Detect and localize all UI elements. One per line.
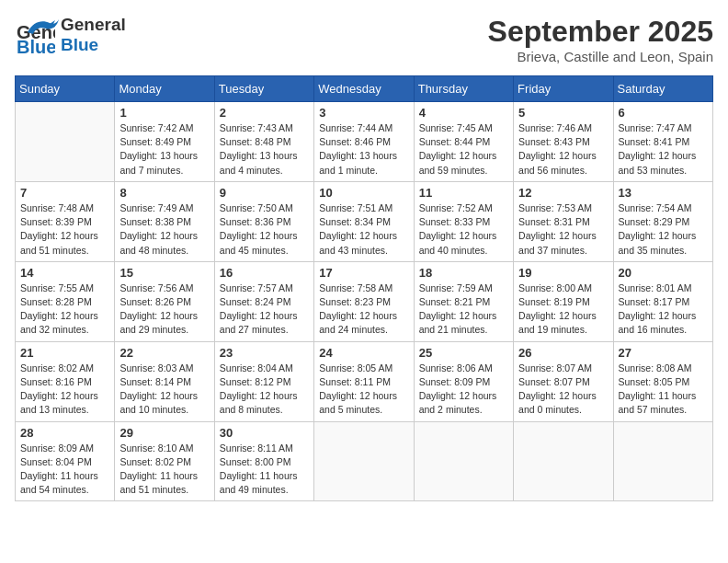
day-info: Sunrise: 7:46 AM Sunset: 8:43 PM Dayligh… (518, 121, 608, 178)
weekday-header-row: SundayMondayTuesdayWednesdayThursdayFrid… (16, 76, 713, 102)
calendar-cell: 24Sunrise: 8:05 AM Sunset: 8:11 PM Dayli… (314, 341, 414, 421)
day-info: Sunrise: 7:50 AM Sunset: 8:36 PM Dayligh… (220, 201, 309, 258)
calendar-cell: 20Sunrise: 8:01 AM Sunset: 8:17 PM Dayli… (613, 261, 712, 341)
calendar-cell: 3Sunrise: 7:44 AM Sunset: 8:46 PM Daylig… (314, 102, 414, 182)
day-info: Sunrise: 7:47 AM Sunset: 8:41 PM Dayligh… (619, 121, 708, 178)
calendar-cell (16, 102, 115, 182)
day-info: Sunrise: 7:44 AM Sunset: 8:46 PM Dayligh… (319, 121, 408, 178)
calendar-cell: 18Sunrise: 7:59 AM Sunset: 8:21 PM Dayli… (414, 261, 513, 341)
calendar-cell: 27Sunrise: 8:08 AM Sunset: 8:05 PM Dayli… (613, 341, 712, 421)
day-info: Sunrise: 7:58 AM Sunset: 8:23 PM Dayligh… (319, 282, 408, 338)
day-info: Sunrise: 8:03 AM Sunset: 8:14 PM Dayligh… (119, 362, 209, 418)
day-number: 8 (119, 186, 209, 200)
day-info: Sunrise: 7:51 AM Sunset: 8:34 PM Dayligh… (319, 201, 408, 258)
day-info: Sunrise: 8:07 AM Sunset: 8:07 PM Dayligh… (518, 362, 608, 418)
weekday-header-tuesday: Tuesday (214, 76, 313, 102)
day-info: Sunrise: 7:48 AM Sunset: 8:39 PM Dayligh… (20, 201, 109, 258)
day-number: 6 (619, 106, 708, 120)
week-row-2: 7Sunrise: 7:48 AM Sunset: 8:39 PM Daylig… (16, 181, 713, 261)
calendar-cell: 29Sunrise: 8:10 AM Sunset: 8:02 PM Dayli… (115, 421, 214, 501)
day-info: Sunrise: 8:09 AM Sunset: 8:04 PM Dayligh… (20, 442, 109, 498)
day-number: 10 (319, 186, 408, 200)
calendar-cell (514, 421, 613, 501)
week-row-1: 1Sunrise: 7:42 AM Sunset: 8:49 PM Daylig… (16, 102, 713, 182)
day-info: Sunrise: 7:45 AM Sunset: 8:44 PM Dayligh… (419, 121, 508, 178)
day-info: Sunrise: 8:01 AM Sunset: 8:17 PM Dayligh… (619, 282, 708, 338)
calendar-cell: 17Sunrise: 7:58 AM Sunset: 8:23 PM Dayli… (314, 261, 414, 341)
calendar-cell: 10Sunrise: 7:51 AM Sunset: 8:34 PM Dayli… (314, 181, 414, 261)
day-number: 26 (518, 346, 608, 360)
calendar-cell (414, 421, 513, 501)
calendar-cell (613, 421, 712, 501)
day-number: 16 (220, 266, 309, 280)
day-info: Sunrise: 7:59 AM Sunset: 8:21 PM Dayligh… (419, 282, 508, 338)
day-number: 25 (419, 346, 508, 360)
day-number: 20 (619, 266, 708, 280)
calendar-cell: 5Sunrise: 7:46 AM Sunset: 8:43 PM Daylig… (514, 102, 613, 182)
calendar-cell: 26Sunrise: 8:07 AM Sunset: 8:07 PM Dayli… (514, 341, 613, 421)
day-number: 14 (20, 266, 109, 280)
calendar-cell (314, 421, 414, 501)
title-area: September 2025 Brieva, Castille and Leon… (488, 15, 713, 64)
day-info: Sunrise: 8:06 AM Sunset: 8:09 PM Dayligh… (419, 362, 508, 418)
day-number: 1 (119, 106, 209, 120)
weekday-header-saturday: Saturday (613, 76, 712, 102)
day-number: 12 (518, 186, 608, 200)
calendar-cell: 9Sunrise: 7:50 AM Sunset: 8:36 PM Daylig… (214, 181, 313, 261)
calendar-cell: 13Sunrise: 7:54 AM Sunset: 8:29 PM Dayli… (613, 181, 712, 261)
calendar-cell: 4Sunrise: 7:45 AM Sunset: 8:44 PM Daylig… (414, 102, 513, 182)
page-header: General Blue General Blue September 2025… (15, 15, 713, 64)
day-info: Sunrise: 7:54 AM Sunset: 8:29 PM Dayligh… (619, 201, 708, 258)
weekday-header-thursday: Thursday (414, 76, 513, 102)
calendar-cell: 6Sunrise: 7:47 AM Sunset: 8:41 PM Daylig… (613, 102, 712, 182)
day-number: 2 (220, 106, 309, 120)
day-number: 28 (20, 426, 109, 440)
day-info: Sunrise: 8:02 AM Sunset: 8:16 PM Dayligh… (20, 362, 109, 418)
day-number: 23 (220, 346, 309, 360)
day-info: Sunrise: 7:43 AM Sunset: 8:48 PM Dayligh… (220, 121, 309, 178)
calendar-cell: 1Sunrise: 7:42 AM Sunset: 8:49 PM Daylig… (115, 102, 214, 182)
day-number: 29 (119, 426, 209, 440)
day-number: 22 (119, 346, 209, 360)
logo-text-general: General (61, 16, 126, 35)
day-number: 30 (220, 426, 309, 440)
day-info: Sunrise: 8:08 AM Sunset: 8:05 PM Dayligh… (619, 362, 708, 418)
day-number: 15 (119, 266, 209, 280)
calendar-cell: 14Sunrise: 7:55 AM Sunset: 8:28 PM Dayli… (16, 261, 115, 341)
day-number: 7 (20, 186, 109, 200)
month-title: September 2025 (488, 15, 713, 49)
week-row-4: 21Sunrise: 8:02 AM Sunset: 8:16 PM Dayli… (16, 341, 713, 421)
day-number: 18 (419, 266, 508, 280)
logo: General Blue General Blue (15, 15, 126, 55)
day-number: 17 (319, 266, 408, 280)
day-info: Sunrise: 8:00 AM Sunset: 8:19 PM Dayligh… (518, 282, 608, 338)
calendar-cell: 2Sunrise: 7:43 AM Sunset: 8:48 PM Daylig… (214, 102, 313, 182)
day-number: 19 (518, 266, 608, 280)
day-info: Sunrise: 7:55 AM Sunset: 8:28 PM Dayligh… (20, 282, 109, 338)
day-number: 27 (619, 346, 708, 360)
calendar-table: SundayMondayTuesdayWednesdayThursdayFrid… (15, 75, 713, 501)
day-info: Sunrise: 7:49 AM Sunset: 8:38 PM Dayligh… (119, 201, 209, 258)
day-number: 3 (319, 106, 408, 120)
week-row-3: 14Sunrise: 7:55 AM Sunset: 8:28 PM Dayli… (16, 261, 713, 341)
day-number: 11 (419, 186, 508, 200)
day-number: 5 (518, 106, 608, 120)
calendar-cell: 12Sunrise: 7:53 AM Sunset: 8:31 PM Dayli… (514, 181, 613, 261)
week-row-5: 28Sunrise: 8:09 AM Sunset: 8:04 PM Dayli… (16, 421, 713, 501)
day-number: 13 (619, 186, 708, 200)
calendar-cell: 23Sunrise: 8:04 AM Sunset: 8:12 PM Dayli… (214, 341, 313, 421)
weekday-header-sunday: Sunday (16, 76, 115, 102)
calendar-cell: 25Sunrise: 8:06 AM Sunset: 8:09 PM Dayli… (414, 341, 513, 421)
day-info: Sunrise: 7:53 AM Sunset: 8:31 PM Dayligh… (518, 201, 608, 258)
day-info: Sunrise: 7:52 AM Sunset: 8:33 PM Dayligh… (419, 201, 508, 258)
day-number: 24 (319, 346, 408, 360)
calendar-cell: 28Sunrise: 8:09 AM Sunset: 8:04 PM Dayli… (16, 421, 115, 501)
calendar-cell: 19Sunrise: 8:00 AM Sunset: 8:19 PM Dayli… (514, 261, 613, 341)
day-info: Sunrise: 8:10 AM Sunset: 8:02 PM Dayligh… (119, 442, 209, 498)
weekday-header-monday: Monday (115, 76, 214, 102)
day-info: Sunrise: 7:57 AM Sunset: 8:24 PM Dayligh… (220, 282, 309, 338)
calendar-cell: 16Sunrise: 7:57 AM Sunset: 8:24 PM Dayli… (214, 261, 313, 341)
calendar-cell: 11Sunrise: 7:52 AM Sunset: 8:33 PM Dayli… (414, 181, 513, 261)
calendar-cell: 22Sunrise: 8:03 AM Sunset: 8:14 PM Dayli… (115, 341, 214, 421)
day-number: 21 (20, 346, 109, 360)
